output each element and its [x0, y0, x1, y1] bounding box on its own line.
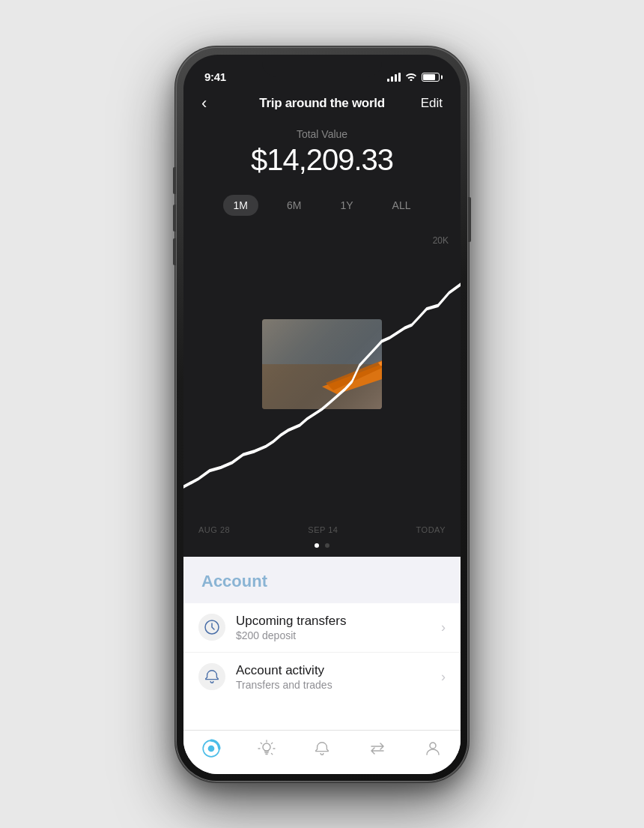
date-start: AUG 28	[198, 525, 230, 534]
filter-1y[interactable]: 1Y	[329, 195, 363, 216]
filter-6m[interactable]: 6M	[276, 195, 312, 216]
dark-section: ‹ Trip around the world Edit Total Value…	[183, 88, 461, 557]
upcoming-transfers-title: Upcoming transfers	[236, 614, 435, 629]
profile-tab-icon	[422, 738, 443, 759]
filter-all[interactable]: ALL	[382, 195, 422, 216]
white-section: Account Upcoming transfers	[183, 557, 461, 774]
alerts-tab-icon	[312, 738, 332, 759]
svg-point-4	[208, 745, 215, 752]
tab-ideas[interactable]	[248, 738, 285, 759]
account-activity-text: Account activity Transfers and trades	[236, 663, 435, 691]
account-activity-icon	[198, 663, 225, 690]
account-section-title: Account	[201, 572, 267, 590]
account-header: Account	[183, 557, 461, 597]
account-activity-item[interactable]: Account activity Transfers and trades ›	[183, 652, 461, 701]
upcoming-transfers-icon	[198, 614, 225, 641]
chart-area: 20K	[183, 228, 461, 519]
signal-icon	[387, 73, 401, 82]
tab-bar	[183, 730, 461, 774]
value-section: Total Value $14,209.33	[183, 122, 461, 189]
svg-point-5	[263, 743, 270, 751]
tab-profile[interactable]	[414, 738, 452, 759]
clock-svg	[203, 618, 221, 636]
tab-home[interactable]	[192, 738, 230, 759]
date-end: TODAY	[416, 525, 446, 534]
date-labels: AUG 28 SEP 14 TODAY	[183, 519, 461, 537]
ideas-tab-icon	[256, 738, 277, 759]
bell-icon-container	[198, 663, 225, 690]
upcoming-transfers-item[interactable]: Upcoming transfers $200 deposit ›	[183, 603, 461, 652]
phone-screen: 9:41	[183, 55, 461, 774]
pagination-dots	[183, 537, 461, 557]
nav-bar: ‹ Trip around the world Edit	[183, 88, 461, 122]
edit-button[interactable]: Edit	[413, 96, 443, 111]
bell-svg	[204, 668, 220, 685]
chart-line	[183, 228, 461, 519]
dot-1	[315, 543, 319, 548]
time-filters: 1M 6M 1Y ALL	[183, 189, 461, 228]
phone-device: 9:41	[176, 47, 468, 782]
page-title: Trip around the world	[259, 96, 384, 111]
upcoming-transfers-text: Upcoming transfers $200 deposit	[236, 614, 435, 641]
wifi-icon	[405, 72, 417, 83]
upcoming-transfers-chevron: ›	[441, 620, 446, 635]
svg-point-6	[430, 743, 436, 749]
tab-transfers[interactable]	[359, 738, 396, 759]
filter-1m[interactable]: 1M	[223, 195, 258, 216]
date-mid: SEP 14	[308, 525, 338, 534]
value-label: Total Value	[183, 128, 461, 140]
upcoming-transfers-subtitle: $200 deposit	[236, 629, 435, 641]
account-activity-subtitle: Transfers and trades	[236, 679, 435, 691]
account-activity-title: Account activity	[236, 663, 435, 678]
battery-icon	[422, 73, 440, 82]
total-value: $14,209.33	[183, 143, 461, 177]
back-button[interactable]: ‹	[201, 94, 231, 113]
account-activity-chevron: ›	[441, 669, 446, 685]
home-tab-icon	[201, 738, 222, 759]
tab-alerts[interactable]	[303, 738, 341, 759]
clock-icon-container	[198, 614, 225, 641]
account-list: Upcoming transfers $200 deposit ›	[183, 603, 461, 730]
transfers-tab-icon	[367, 738, 388, 759]
status-icons	[387, 72, 440, 83]
status-time: 9:41	[204, 70, 226, 83]
dot-2	[325, 543, 329, 548]
notch	[262, 55, 382, 77]
